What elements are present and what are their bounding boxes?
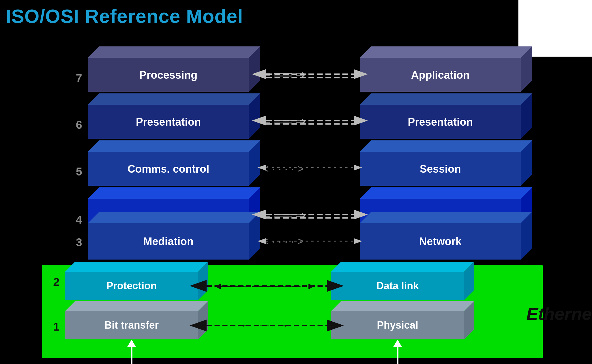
layer7-arrow: ⇐ ══ ⇒ bbox=[260, 67, 306, 81]
network-box-top bbox=[360, 212, 532, 223]
layer1-number: 1 bbox=[53, 320, 59, 333]
datalink-label: Data link bbox=[376, 280, 419, 292]
layer5-number: 5 bbox=[76, 165, 82, 178]
processing-label: Processing bbox=[140, 69, 198, 81]
network-label: Network bbox=[419, 235, 462, 247]
layer7-number: 7 bbox=[76, 72, 82, 84]
diagram-svg: 7 Processing ⇐ ══ ⇒ Application 6 Presen… bbox=[0, 0, 592, 364]
processing-box-top bbox=[88, 46, 260, 58]
comms-label: Comms. control bbox=[127, 163, 209, 175]
physical-label: Physical bbox=[377, 319, 418, 331]
layer6-arrow: ⇐ ══ ⇒ bbox=[260, 114, 306, 128]
comms-box-top bbox=[88, 140, 260, 152]
application-label: Application bbox=[411, 69, 470, 81]
presentation-right-top bbox=[360, 93, 532, 105]
layer2-arrow: ← - - - - → bbox=[241, 280, 289, 292]
layer6-number: 6 bbox=[76, 119, 82, 131]
datalink-box-top bbox=[331, 262, 474, 272]
session-box-top bbox=[360, 140, 532, 152]
layer4-number: 4 bbox=[76, 213, 82, 226]
transport-left-top bbox=[88, 187, 260, 199]
layer2-number: 2 bbox=[53, 276, 59, 288]
layer1-arrow: ← - - - - → bbox=[241, 319, 289, 331]
layer3-number: 3 bbox=[76, 236, 82, 249]
bittransfer-label: Bit transfer bbox=[104, 319, 159, 331]
layer5-arrow: < · · · · > bbox=[262, 162, 304, 175]
protection-label: Protection bbox=[106, 280, 157, 292]
protection-box-top bbox=[65, 262, 208, 272]
ethernet-label: Ethernet bbox=[526, 304, 592, 324]
physical-box-top bbox=[331, 301, 474, 311]
layer4-arrow: ⇐ ══ ⇒ bbox=[260, 208, 306, 222]
presentation-right-label: Presentation bbox=[408, 116, 473, 128]
mediation-box-top bbox=[88, 212, 260, 223]
presentation-left-label: Presentation bbox=[136, 116, 201, 128]
session-label: Session bbox=[420, 163, 461, 175]
bittransfer-box-top bbox=[65, 301, 208, 311]
presentation-left-top bbox=[88, 93, 260, 105]
layer3-arrow: < · · · · > bbox=[262, 235, 304, 247]
application-box-top bbox=[360, 46, 532, 58]
transport-right-top bbox=[360, 187, 532, 199]
mediation-label: Mediation bbox=[143, 235, 193, 247]
